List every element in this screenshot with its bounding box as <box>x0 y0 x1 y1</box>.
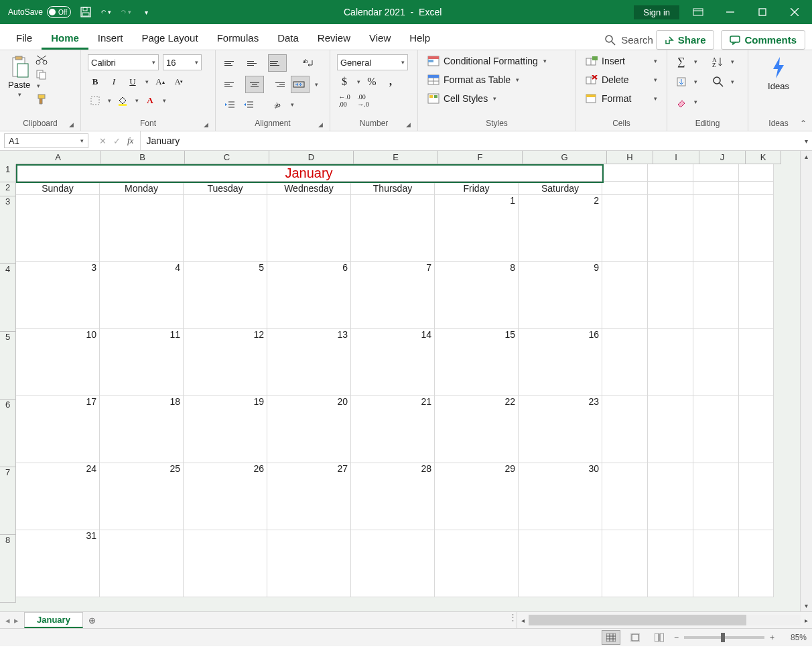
normal-view-button[interactable] <box>602 630 620 645</box>
font-dialog-launcher[interactable]: ◢ <box>204 121 208 128</box>
spreadsheet-grid[interactable]: ABCDEFGHIJK 12345678 JanuarySundayMonday… <box>0 151 812 611</box>
cell[interactable]: 8 <box>435 262 519 329</box>
undo-button[interactable]: ▾ <box>100 7 111 17</box>
format-painter-button[interactable] <box>36 94 48 105</box>
row-header[interactable]: 8 <box>0 535 16 603</box>
cell[interactable] <box>693 195 739 262</box>
minimize-button[interactable] <box>717 0 744 24</box>
cell[interactable] <box>267 195 351 262</box>
cell[interactable] <box>16 195 100 262</box>
number-format-combo[interactable]: General▾ <box>337 54 408 70</box>
cell[interactable]: 7 <box>351 262 435 329</box>
cell[interactable]: 13 <box>267 329 351 396</box>
cell[interactable]: 17 <box>16 396 100 463</box>
column-header[interactable]: K <box>746 151 781 164</box>
borders-button[interactable] <box>88 93 103 108</box>
cell[interactable] <box>602 195 648 262</box>
scroll-left-button[interactable]: ◂ <box>517 617 529 624</box>
cell[interactable]: 16 <box>519 329 602 396</box>
column-header[interactable]: F <box>438 151 523 164</box>
sheet-tab-active[interactable]: January <box>24 612 83 628</box>
cell[interactable] <box>602 329 648 396</box>
row-header[interactable]: 7 <box>0 467 16 535</box>
page-break-view-button[interactable] <box>650 630 669 645</box>
tab-help[interactable]: Help <box>400 27 439 50</box>
cell[interactable]: 29 <box>435 463 519 530</box>
ideas-button[interactable]: Ideas <box>755 54 802 93</box>
cell[interactable]: 21 <box>351 396 435 463</box>
cell[interactable] <box>648 164 693 182</box>
cell[interactable] <box>739 164 774 182</box>
underline-button[interactable]: U <box>125 74 140 89</box>
cell[interactable] <box>739 195 774 262</box>
cell[interactable] <box>693 182 739 195</box>
cell[interactable]: 28 <box>351 463 435 530</box>
row-header[interactable]: 4 <box>0 264 16 332</box>
fill-color-button[interactable] <box>115 93 130 108</box>
sign-in-button[interactable]: Sign in <box>634 5 679 19</box>
cell[interactable] <box>184 530 267 597</box>
cell[interactable]: 11 <box>100 329 184 396</box>
column-header[interactable]: C <box>185 151 269 164</box>
increase-decimal-button[interactable]: ←.0.00 <box>337 93 352 108</box>
cancel-formula-button[interactable]: ✕ <box>99 136 107 146</box>
sort-filter-button[interactable]: AZ <box>711 54 726 69</box>
cell[interactable] <box>648 182 693 195</box>
insert-function-button[interactable]: fx <box>127 135 133 146</box>
cell[interactable] <box>100 530 184 597</box>
tab-home[interactable]: Home <box>42 27 88 50</box>
cell[interactable] <box>739 396 774 463</box>
accounting-format-button[interactable]: $ <box>337 74 352 89</box>
maximize-button[interactable] <box>749 0 776 24</box>
font-color-button[interactable]: A <box>143 93 157 108</box>
tab-view[interactable]: View <box>360 27 400 50</box>
cell[interactable]: Monday <box>100 182 184 195</box>
cell[interactable] <box>693 463 739 530</box>
formula-input[interactable]: January <box>141 131 800 150</box>
cell[interactable] <box>693 164 739 182</box>
cell[interactable] <box>648 530 693 597</box>
collapse-ribbon-button[interactable]: ⌃ <box>800 119 807 128</box>
cell[interactable]: 26 <box>184 463 267 530</box>
scroll-down-button[interactable]: ▾ <box>801 600 812 611</box>
cell-styles-button[interactable]: Cell Styles▾ <box>425 92 569 105</box>
cell[interactable]: 9 <box>519 262 602 329</box>
zoom-out-button[interactable]: − <box>674 633 679 642</box>
cell[interactable] <box>693 329 739 396</box>
merge-center-button[interactable] <box>291 76 310 93</box>
tab-review[interactable]: Review <box>308 27 360 50</box>
cell[interactable]: 2 <box>519 195 602 262</box>
clear-button[interactable] <box>674 95 689 109</box>
cell[interactable] <box>602 530 648 597</box>
cell[interactable]: 30 <box>519 463 602 530</box>
tell-me-search[interactable]: Search <box>602 30 656 50</box>
column-header[interactable]: G <box>523 151 607 164</box>
redo-button[interactable]: ▾ <box>121 7 131 17</box>
cell[interactable]: 20 <box>267 396 351 463</box>
cell[interactable] <box>435 530 519 597</box>
cell[interactable] <box>648 329 693 396</box>
row-header[interactable]: 2 <box>0 182 16 196</box>
cell[interactable] <box>693 530 739 597</box>
cell[interactable] <box>739 262 774 329</box>
align-center-button[interactable] <box>245 76 264 93</box>
zoom-in-button[interactable]: + <box>770 633 774 642</box>
name-box[interactable]: A1▾ <box>4 133 88 148</box>
cell[interactable]: 19 <box>184 396 267 463</box>
tab-formulas[interactable]: Formulas <box>208 27 269 50</box>
cell[interactable]: Friday <box>435 182 519 195</box>
column-header[interactable]: A <box>16 151 100 164</box>
close-button[interactable] <box>781 0 808 24</box>
orientation-button[interactable]: ab <box>271 97 285 112</box>
align-middle-button[interactable] <box>245 54 264 72</box>
copy-button[interactable]: ▾ <box>36 69 48 90</box>
cell[interactable]: Thursday <box>351 182 435 195</box>
enter-formula-button[interactable]: ✓ <box>113 136 121 146</box>
format-as-table-button[interactable]: Format as Table▾ <box>425 73 569 86</box>
row-header[interactable]: 5 <box>0 332 16 400</box>
cell[interactable] <box>648 463 693 530</box>
row-header[interactable]: 3 <box>0 196 16 264</box>
cell[interactable]: Wednesday <box>267 182 351 195</box>
tab-page-layout[interactable]: Page Layout <box>132 27 207 50</box>
cell[interactable]: 25 <box>100 463 184 530</box>
